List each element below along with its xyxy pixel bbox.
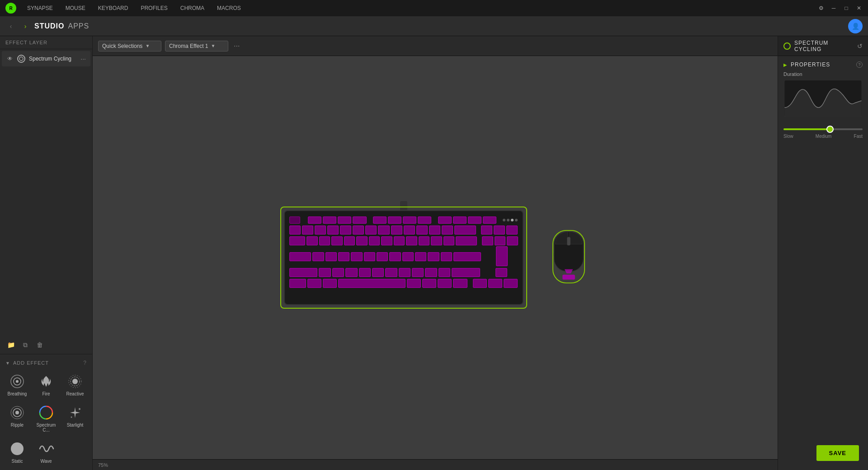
f2-key[interactable]: [323, 216, 336, 224]
caps-key[interactable]: [289, 252, 311, 261]
settings-button[interactable]: ⚙: [817, 5, 825, 12]
effect-wave[interactable]: Wave: [33, 437, 60, 466]
f1-key[interactable]: [308, 216, 321, 224]
menu-key[interactable]: [438, 279, 452, 288]
effect-name-dropdown[interactable]: Chroma Effect 1 ▼: [165, 41, 228, 52]
q-key[interactable]: [307, 236, 318, 245]
rshift-key[interactable]: [452, 268, 480, 277]
z-key[interactable]: [319, 268, 330, 277]
f5-key[interactable]: [373, 216, 387, 224]
effect-reactive[interactable]: Reactive: [61, 370, 89, 399]
properties-help-button[interactable]: ?: [856, 61, 863, 68]
s-key[interactable]: [326, 252, 337, 261]
user-avatar[interactable]: 👤: [848, 19, 863, 33]
tilde-key[interactable]: [289, 226, 301, 235]
w-key[interactable]: [319, 236, 330, 245]
k-key[interactable]: [402, 252, 414, 261]
add-folder-button[interactable]: 📁: [5, 339, 16, 350]
layer-more-button[interactable]: ···: [80, 55, 86, 62]
equals-key[interactable]: [442, 226, 453, 235]
nav-forward-button[interactable]: ›: [20, 21, 31, 32]
pgup-key[interactable]: [506, 226, 518, 235]
j-key[interactable]: [389, 252, 401, 261]
slash-key[interactable]: [439, 268, 450, 277]
quote-key[interactable]: [441, 252, 452, 261]
maximize-button[interactable]: □: [843, 5, 850, 12]
f8-key[interactable]: [418, 216, 431, 224]
c-key[interactable]: [345, 268, 357, 277]
ins-key[interactable]: [481, 226, 492, 235]
esc-key[interactable]: [289, 216, 300, 224]
period-key[interactable]: [425, 268, 437, 277]
effect-static[interactable]: Static: [4, 437, 31, 466]
l-key[interactable]: [415, 252, 426, 261]
right-key[interactable]: [504, 279, 518, 288]
effect-starlight[interactable]: Starlight: [61, 401, 89, 435]
nav-keyboard[interactable]: KEYBOARD: [96, 4, 130, 12]
e-key[interactable]: [331, 236, 343, 245]
effect-ripple[interactable]: Ripple: [4, 401, 31, 435]
lshift-key[interactable]: [289, 268, 318, 277]
quick-selections-dropdown[interactable]: Quick Selections ▼: [98, 41, 161, 52]
minus-key[interactable]: [429, 226, 440, 235]
1-key[interactable]: [302, 226, 313, 235]
y-key[interactable]: [369, 236, 380, 245]
g-key[interactable]: [364, 252, 375, 261]
apps-title[interactable]: APPS: [68, 22, 89, 30]
nav-chroma[interactable]: CHROMA: [179, 4, 206, 12]
lalt-key[interactable]: [323, 279, 337, 288]
close-button[interactable]: ✕: [855, 5, 863, 12]
p-key[interactable]: [419, 236, 430, 245]
fn-key[interactable]: [422, 279, 436, 288]
f9-key[interactable]: [438, 216, 452, 224]
f-key[interactable]: [351, 252, 362, 261]
r-key[interactable]: [344, 236, 355, 245]
8-key[interactable]: [391, 226, 402, 235]
x-key[interactable]: [332, 268, 344, 277]
rctrl-key[interactable]: [453, 279, 467, 288]
h-key[interactable]: [377, 252, 388, 261]
f12-key[interactable]: [483, 216, 496, 224]
up-key[interactable]: [495, 268, 507, 277]
comma-key[interactable]: [412, 268, 424, 277]
lbracket-key[interactable]: [431, 236, 442, 245]
minimize-button[interactable]: ─: [830, 5, 837, 12]
effect-spectrum[interactable]: Spectrum C...: [33, 401, 60, 435]
lwin-key[interactable]: [307, 279, 321, 288]
a-key[interactable]: [312, 252, 324, 261]
effect-fire[interactable]: Fire: [33, 370, 60, 399]
o-key[interactable]: [406, 236, 417, 245]
i-key[interactable]: [394, 236, 405, 245]
nav-profiles[interactable]: PROFILES: [139, 4, 169, 12]
mouse-device[interactable]: [551, 230, 587, 284]
nav-mouse[interactable]: MOUSE: [64, 4, 87, 12]
nav-back-button[interactable]: ‹: [5, 21, 16, 32]
pgdn-key[interactable]: [507, 236, 518, 245]
u-key[interactable]: [381, 236, 392, 245]
n-key[interactable]: [385, 268, 397, 277]
left-key[interactable]: [473, 279, 487, 288]
f6-key[interactable]: [388, 216, 401, 224]
delete-button[interactable]: 🗑: [34, 339, 45, 350]
del-key[interactable]: [482, 236, 493, 245]
b-key[interactable]: [372, 268, 384, 277]
layer-item[interactable]: 👁 Spectrum Cycling ···: [2, 51, 90, 66]
down-key[interactable]: [488, 279, 502, 288]
f7-key[interactable]: [403, 216, 416, 224]
space-key[interactable]: [338, 279, 405, 288]
rbracket-key[interactable]: [443, 236, 455, 245]
6-key[interactable]: [365, 226, 377, 235]
3-key[interactable]: [327, 226, 339, 235]
duplicate-button[interactable]: ⧉: [20, 339, 31, 350]
f3-key[interactable]: [338, 216, 351, 224]
semi-key[interactable]: [428, 252, 439, 261]
save-button[interactable]: SAVE: [816, 445, 859, 461]
5-key[interactable]: [353, 226, 364, 235]
add-effects-help-icon[interactable]: ?: [83, 360, 87, 366]
home-key[interactable]: [494, 226, 505, 235]
backslash-key[interactable]: [456, 236, 477, 245]
m-key[interactable]: [399, 268, 410, 277]
d-key[interactable]: [338, 252, 349, 261]
t-key[interactable]: [356, 236, 368, 245]
f4-key[interactable]: [353, 216, 366, 224]
